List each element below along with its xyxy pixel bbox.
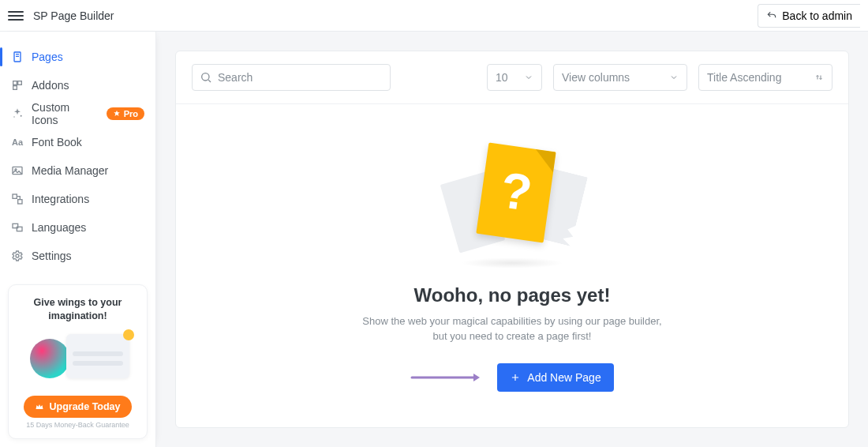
- pro-badge: Pro: [107, 107, 144, 120]
- sidebar-item-settings[interactable]: Settings: [0, 242, 155, 270]
- empty-state: ? Wooho, no pages yet! Show the web your…: [176, 104, 848, 427]
- empty-description: Show the web your magical capabilities b…: [354, 314, 670, 344]
- question-mark-icon: ?: [497, 160, 536, 223]
- sparkle-icon: [11, 107, 24, 120]
- sidebar-item-custom-icons[interactable]: Custom Icons Pro: [0, 100, 155, 128]
- addons-icon: [11, 79, 24, 92]
- add-new-page-button[interactable]: Add New Page: [497, 363, 613, 392]
- topbar-left: SP Page Builder: [8, 8, 114, 24]
- sidebar-item-pages[interactable]: Pages: [0, 43, 155, 71]
- sidebar-item-font-book[interactable]: Aa Font Book: [0, 128, 155, 156]
- svg-point-12: [16, 254, 19, 257]
- sidebar: Pages Addons Custom Icons Pro Aa: [0, 32, 156, 447]
- svg-point-5: [13, 116, 14, 117]
- sidebar-nav: Pages Addons Custom Icons Pro Aa: [0, 32, 155, 270]
- svg-point-13: [202, 73, 209, 81]
- sidebar-item-languages[interactable]: Languages: [0, 213, 155, 242]
- sidebar-item-label: Integrations: [32, 193, 89, 205]
- sidebar-item-label: Addons: [32, 79, 69, 92]
- upgrade-button[interactable]: Upgrade Today: [24, 396, 131, 418]
- toolbar-right: 10 View columns Title Ascending: [487, 64, 832, 91]
- sort-value: Title Ascending: [707, 71, 781, 84]
- avatar: [30, 339, 69, 378]
- brand-title: SP Page Builder: [33, 9, 114, 22]
- promo-card: Give wings to your imagination! Upgrade …: [8, 284, 148, 439]
- back-label: Back to admin: [782, 9, 852, 22]
- sidebar-item-integrations[interactable]: Integrations: [0, 185, 155, 213]
- layout: Pages Addons Custom Icons Pro Aa: [0, 32, 868, 447]
- svg-rect-9: [18, 200, 22, 204]
- columns-placeholder: View columns: [562, 71, 630, 84]
- sidebar-item-label: Font Book: [32, 136, 82, 148]
- media-icon: [11, 164, 24, 177]
- search-input[interactable]: [192, 64, 391, 91]
- integrations-icon: [11, 193, 24, 205]
- empty-title: Wooho, no pages yet!: [414, 284, 611, 306]
- limit-value: 10: [496, 71, 508, 84]
- promo-title: Give wings to your imagination!: [17, 296, 139, 323]
- chevron-down-icon: [669, 73, 679, 82]
- sort-icon: [814, 73, 824, 82]
- crown-icon: [35, 402, 44, 411]
- languages-icon: [11, 221, 24, 234]
- emoji-badge: [123, 329, 134, 340]
- sort-select[interactable]: Title Ascending: [698, 64, 832, 91]
- back-to-admin-button[interactable]: Back to admin: [758, 4, 860, 28]
- promo-note: 15 Days Money-Back Guarantee: [17, 421, 139, 429]
- search-icon: [200, 71, 212, 84]
- main: 10 View columns Title Ascending: [156, 32, 868, 447]
- comment-card: [66, 334, 129, 378]
- sidebar-item-label: Pages: [32, 51, 63, 63]
- menu-toggle[interactable]: [8, 8, 24, 24]
- content-panel: 10 View columns Title Ascending: [175, 51, 849, 428]
- add-row: Add New Page: [410, 363, 613, 392]
- pages-icon: [11, 51, 24, 63]
- star-icon: [113, 110, 121, 118]
- pointer-arrow-icon: [410, 372, 481, 383]
- panel-toolbar: 10 View columns Title Ascending: [176, 51, 848, 104]
- sidebar-item-label: Languages: [32, 221, 86, 234]
- columns-select[interactable]: View columns: [553, 64, 687, 91]
- font-icon: Aa: [11, 136, 24, 148]
- gear-icon: [11, 250, 24, 262]
- promo-illustration: [27, 331, 129, 386]
- empty-illustration: ?: [441, 139, 583, 265]
- sidebar-item-label: Custom Icons: [32, 101, 99, 126]
- plus-icon: [510, 372, 521, 383]
- topbar: SP Page Builder Back to admin: [0, 0, 868, 32]
- svg-rect-1: [13, 81, 17, 85]
- svg-rect-3: [13, 86, 17, 90]
- sidebar-item-media-manager[interactable]: Media Manager: [0, 156, 155, 185]
- undo-icon: [766, 10, 777, 21]
- chevron-down-icon: [524, 73, 533, 82]
- limit-select[interactable]: 10: [487, 64, 542, 91]
- sidebar-item-label: Settings: [32, 250, 72, 262]
- svg-rect-8: [13, 194, 17, 198]
- sidebar-item-label: Media Manager: [32, 164, 108, 177]
- svg-rect-2: [18, 81, 22, 85]
- search-wrap: [192, 64, 391, 91]
- svg-point-4: [21, 115, 22, 117]
- sidebar-item-addons[interactable]: Addons: [0, 71, 155, 100]
